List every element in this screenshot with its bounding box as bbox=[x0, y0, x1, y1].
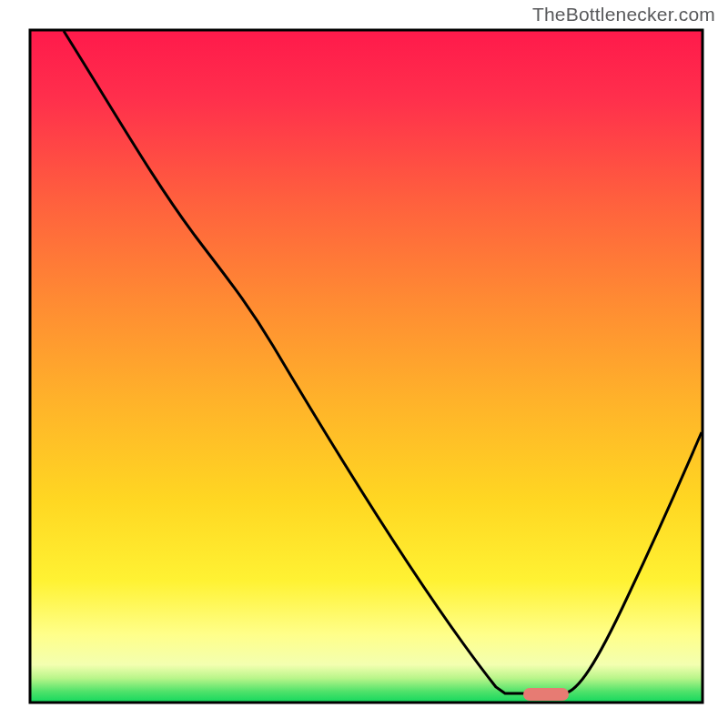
attribution-text: TheBottlenecker.com bbox=[532, 4, 715, 25]
chart-container: TheBottlenecker.com bbox=[0, 0, 728, 728]
chart-background-gradient bbox=[31, 31, 702, 702]
chart-svg bbox=[0, 0, 728, 728]
marker-segment bbox=[523, 688, 569, 701]
